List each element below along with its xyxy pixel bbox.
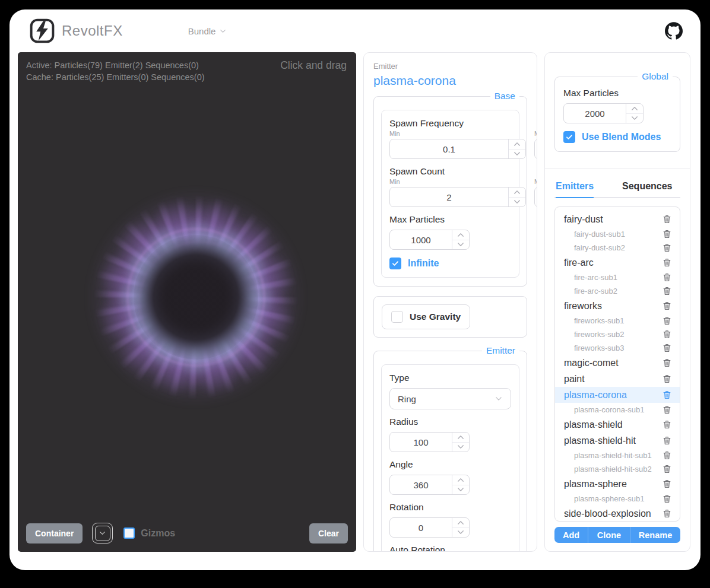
emitter-list-item[interactable]: fireworks-sub3 xyxy=(555,341,680,355)
delete-icon[interactable] xyxy=(662,390,672,400)
min-label: Min xyxy=(389,130,526,137)
stepper-down-button[interactable] xyxy=(626,114,643,123)
stepper-down-button[interactable] xyxy=(452,240,469,250)
infinite-checkbox[interactable] xyxy=(389,258,401,269)
delete-icon[interactable] xyxy=(662,343,672,353)
stepper-down-button[interactable] xyxy=(452,443,469,452)
emitter-list-item[interactable]: fairy-dust-sub1 xyxy=(555,227,680,241)
emitter-list-item[interactable]: fairy-dust xyxy=(555,211,680,227)
clear-button[interactable]: Clear xyxy=(309,523,348,543)
emitter-list-item[interactable]: plasma-sphere xyxy=(555,476,680,492)
delete-icon[interactable] xyxy=(662,436,672,446)
type-label: Type xyxy=(389,373,511,383)
preview-canvas[interactable]: Active: Particles(79) Emitter(2) Sequenc… xyxy=(18,52,356,552)
emitter-list-item[interactable]: fairy-dust-sub2 xyxy=(555,241,680,255)
emitter-list-item[interactable]: fire-arc xyxy=(555,255,680,271)
delete-icon[interactable] xyxy=(662,316,672,326)
emitter-list-item[interactable]: fire-arc-sub1 xyxy=(555,271,680,284)
use-blend-modes-checkbox[interactable] xyxy=(563,131,575,143)
stepper xyxy=(508,187,525,206)
container-button[interactable]: Container xyxy=(26,523,83,543)
emitter-list-item[interactable]: fireworks xyxy=(555,298,680,314)
spawn-frequency-min-input[interactable] xyxy=(390,139,508,158)
stepper xyxy=(452,433,469,452)
tab-emitters[interactable]: Emitters xyxy=(556,181,594,198)
max-particles-input[interactable] xyxy=(390,230,452,249)
global-max-particles-input[interactable] xyxy=(564,104,626,123)
delete-icon[interactable] xyxy=(662,243,672,253)
emitter-list-item[interactable]: plasma-shield xyxy=(555,417,680,433)
emitter-list-item[interactable]: paint xyxy=(555,371,680,387)
delete-icon[interactable] xyxy=(662,405,672,415)
use-gravity-checkbox[interactable] xyxy=(391,311,403,323)
delete-icon[interactable] xyxy=(662,464,672,474)
global-legend: Global xyxy=(638,71,673,82)
radius-input[interactable] xyxy=(390,433,452,452)
delete-icon[interactable] xyxy=(662,494,672,504)
stepper-up-button[interactable] xyxy=(452,433,469,443)
rename-button[interactable]: Rename xyxy=(630,527,680,543)
delete-icon[interactable] xyxy=(662,479,672,489)
stepper-down-button[interactable] xyxy=(509,150,525,159)
delete-icon[interactable] xyxy=(662,358,672,368)
bundle-menu[interactable]: Bundle xyxy=(188,26,227,36)
delete-icon[interactable] xyxy=(662,329,672,339)
stepper-up-button[interactable] xyxy=(452,230,469,240)
emitter-item-name: side-blood-explosion xyxy=(564,508,651,519)
github-icon[interactable] xyxy=(665,22,683,40)
emitter-list-item[interactable]: magic-comet xyxy=(555,355,680,371)
spawn-count-max-field xyxy=(534,187,537,207)
delete-icon[interactable] xyxy=(662,272,672,282)
rotation-input[interactable] xyxy=(390,518,452,537)
angle-input[interactable] xyxy=(390,475,452,494)
use-gravity-toggle[interactable]: Use Gravity xyxy=(382,304,470,329)
stepper-down-button[interactable] xyxy=(452,528,469,538)
emitter-settings-panel: Emitter plasma-corona Base Spawn Frequen… xyxy=(363,52,537,552)
emitter-list-item[interactable]: fireworks-sub1 xyxy=(555,314,680,328)
spawn-count-max-input[interactable] xyxy=(535,187,537,206)
delete-icon[interactable] xyxy=(662,214,672,224)
spawn-frequency-max-input[interactable] xyxy=(535,139,537,158)
emitter-list-item[interactable]: plasma-shield-hit-sub2 xyxy=(555,462,680,476)
delete-icon[interactable] xyxy=(662,508,672,519)
stepper-down-button[interactable] xyxy=(509,198,525,207)
delete-icon[interactable] xyxy=(662,258,672,268)
stepper xyxy=(626,104,643,123)
emitter-list-item[interactable]: plasma-corona xyxy=(555,387,680,403)
gizmos-checkbox[interactable] xyxy=(123,527,135,539)
delete-icon[interactable] xyxy=(662,286,672,296)
delete-icon[interactable] xyxy=(662,419,672,430)
emitter-list-item[interactable]: plasma-sphere-sub1 xyxy=(555,492,680,506)
stepper-up-button[interactable] xyxy=(626,104,643,114)
emitter-item-name: plasma-sphere-sub1 xyxy=(574,494,645,503)
tab-sequences[interactable]: Sequences xyxy=(622,181,672,197)
stepper-up-button[interactable] xyxy=(509,139,525,150)
emitter-list-item[interactable]: plasma-corona-sub1 xyxy=(555,403,680,417)
clone-button[interactable]: Clone xyxy=(588,527,630,543)
spawn-count-min-input[interactable] xyxy=(390,187,508,206)
gravity-card: Use Gravity xyxy=(373,296,527,338)
panel-divider xyxy=(545,168,690,169)
delete-icon[interactable] xyxy=(662,301,672,311)
container-dropdown-button[interactable] xyxy=(92,523,113,543)
library-actions: Add Clone Rename xyxy=(554,527,680,543)
emitter-list-item[interactable]: plasma-shield-hit xyxy=(555,433,680,449)
stepper-up-button[interactable] xyxy=(452,518,469,528)
angle-field xyxy=(389,475,470,495)
spawn-count-label: Spawn Count xyxy=(389,166,511,177)
delete-icon[interactable] xyxy=(662,450,672,460)
emitter-list-item[interactable]: fire-arc-sub2 xyxy=(555,284,680,298)
emitter-list-item[interactable]: fireworks-sub2 xyxy=(555,328,680,341)
delete-icon[interactable] xyxy=(662,229,672,239)
stepper-up-button[interactable] xyxy=(452,475,469,485)
rotation-label: Rotation xyxy=(389,502,511,513)
type-select[interactable]: Ring xyxy=(389,388,511,409)
base-section: Base Spawn Frequency Min xyxy=(373,96,527,287)
delete-icon[interactable] xyxy=(662,374,672,384)
add-button[interactable]: Add xyxy=(554,527,588,543)
emitter-list-item[interactable]: plasma-shield-hit-sub1 xyxy=(555,449,680,462)
stepper-down-button[interactable] xyxy=(452,485,469,495)
stepper-up-button[interactable] xyxy=(509,187,525,198)
stepper xyxy=(452,518,469,537)
emitter-item-name: plasma-shield-hit xyxy=(564,436,636,446)
